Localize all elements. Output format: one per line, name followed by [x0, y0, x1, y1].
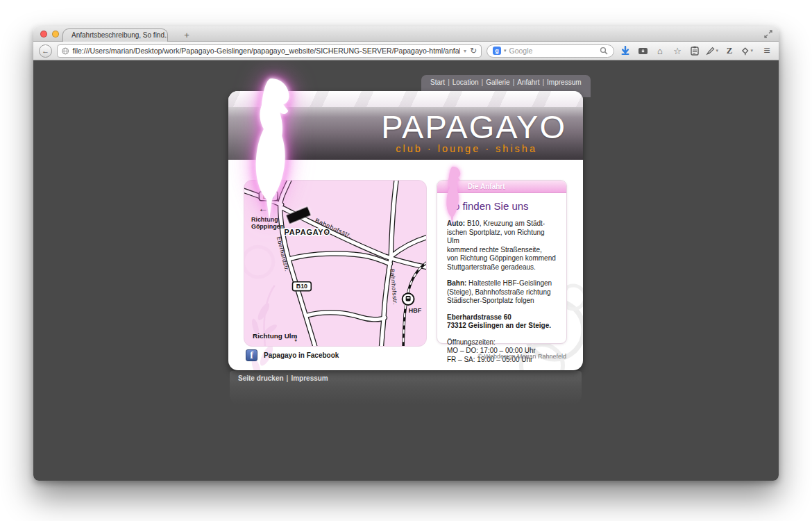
- facebook-link[interactable]: f Papagayo in Facebook: [246, 349, 339, 361]
- svg-text:B10: B10: [296, 283, 307, 290]
- bookmarks-star-icon[interactable]: ☆: [671, 44, 684, 58]
- clipboard-icon[interactable]: [688, 44, 701, 58]
- downloads-icon[interactable]: [619, 44, 632, 58]
- print-page-link[interactable]: Seite drucken: [238, 374, 284, 382]
- parrot-small-icon: [439, 165, 465, 226]
- map-label-venue: PAPAGAYO: [285, 228, 330, 236]
- bahn-directions: Bahn: Haltestelle HBF-Geislingen (Steige…: [447, 279, 558, 306]
- minimize-window-button[interactable]: [52, 31, 59, 38]
- site-card: PAPAGAYO club · lounge · shisha: [228, 91, 583, 370]
- site-tagline: club · lounge · shisha: [396, 143, 537, 154]
- highlighter-icon[interactable]: ▾: [706, 44, 718, 58]
- bottom-links: Seite drucken|Impressum: [230, 371, 582, 382]
- map-label-bahnhofsstr-vertical: Bahnhofsstr.: [389, 268, 399, 305]
- impressum-link[interactable]: Impressum: [291, 374, 328, 382]
- search-field[interactable]: g ▾ Google: [487, 44, 614, 58]
- desktop-background: Anfahrtsbeschreibung, So find... + ← fil…: [0, 0, 812, 521]
- anfahrt-panel: Die Anfahrt So finden Sie uns Auto: B10,…: [437, 180, 567, 344]
- search-engine-icon[interactable]: g: [493, 47, 501, 55]
- nav-link-location[interactable]: Location: [452, 78, 479, 86]
- browser-toolbar: ← file:///Users/marian/Desktop/work/Papa…: [33, 42, 779, 60]
- bottom-bar: Seite drucken|Impressum: [230, 371, 582, 406]
- home-icon[interactable]: ⌂: [654, 44, 666, 58]
- b10-badge-south: B10: [293, 282, 312, 291]
- plugin-icon[interactable]: ▾: [741, 44, 753, 58]
- search-input[interactable]: Google: [509, 47, 597, 55]
- search-engine-caret-icon[interactable]: ▾: [504, 48, 507, 53]
- menu-icon[interactable]: ≡: [761, 44, 773, 58]
- train-icon: [406, 296, 411, 301]
- map-flourish: [244, 247, 278, 346]
- map-label-goeppingen: Göppingen: [251, 223, 284, 230]
- globe-icon: [62, 47, 69, 55]
- url-text[interactable]: file:///Users/marian/Desktop/work/Papaga…: [72, 47, 460, 55]
- video-download-icon[interactable]: [636, 44, 649, 58]
- fullscreen-icon[interactable]: [764, 30, 772, 38]
- browser-window: Anfahrtsbeschreibung, So find... + ← fil…: [33, 26, 779, 481]
- back-button[interactable]: ←: [39, 44, 52, 58]
- auto-directions: Auto: B10, Kreuzung am Städt- ischen Spo…: [447, 220, 558, 272]
- map-label-hbf: HBF: [409, 307, 422, 314]
- reload-icon[interactable]: ↻: [470, 47, 477, 55]
- map-label-richtung-ulm: Richtung Ulm: [253, 332, 298, 340]
- browser-titlebar: Anfahrtsbeschreibung, So find... +: [33, 26, 779, 42]
- nav-link-gallerie[interactable]: Gallerie: [486, 78, 509, 86]
- hbf-station-icon: [403, 293, 414, 305]
- facebook-icon[interactable]: f: [246, 349, 257, 361]
- search-icon[interactable]: [600, 47, 608, 55]
- card-footer: f Papagayo in Facebook © Webdesign Maria…: [228, 349, 583, 365]
- new-tab-button[interactable]: +: [179, 30, 194, 40]
- url-dropdown-icon[interactable]: ▾: [464, 48, 466, 54]
- site-logo: PAPAGAYO: [381, 110, 566, 143]
- venue-address: Eberhardstrasse 60 73312 Geislingen an d…: [447, 313, 558, 331]
- zotero-icon[interactable]: Z: [723, 44, 736, 58]
- url-bar[interactable]: file:///Users/marian/Desktop/work/Papaga…: [57, 44, 482, 58]
- nav-link-anfahrt[interactable]: Anfahrt: [517, 78, 539, 86]
- facebook-label[interactable]: Papagayo in Facebook: [264, 352, 339, 359]
- highlighter-caret-icon[interactable]: ▾: [716, 48, 718, 53]
- browser-tab[interactable]: Anfahrtsbeschreibung, So find...: [62, 28, 168, 42]
- page-viewport: Start|Location|Gallerie|Anfahrt|Impressu…: [33, 60, 779, 481]
- nav-link-start[interactable]: Start: [430, 78, 445, 86]
- close-window-button[interactable]: [40, 31, 47, 38]
- arrow-down-icon: ↓: [294, 332, 298, 343]
- copyright-text: © Webdesign Marian Rahnefeld: [477, 353, 566, 360]
- parrot-logo-icon: [237, 76, 301, 223]
- nav-link-impressum[interactable]: Impressum: [547, 78, 581, 86]
- plugin-caret-icon[interactable]: ▾: [750, 48, 753, 53]
